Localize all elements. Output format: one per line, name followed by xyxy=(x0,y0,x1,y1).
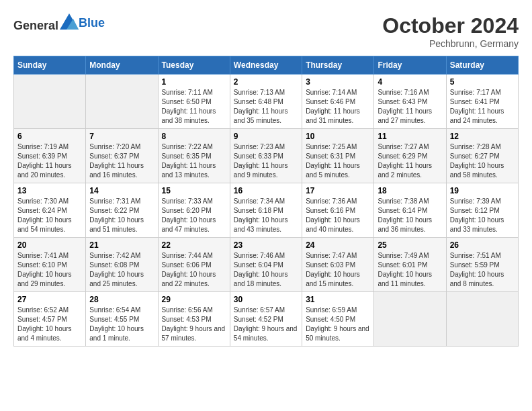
day-number: 8 xyxy=(162,132,226,141)
page-header: General Blue October 2024 Pechbrunn, Ger… xyxy=(13,13,519,49)
day-info: Sunrise: 7:23 AMSunset: 6:33 PMDaylight:… xyxy=(234,142,298,180)
logo-icon xyxy=(60,13,79,30)
day-number: 18 xyxy=(378,186,442,195)
calendar-cell: 10Sunrise: 7:25 AMSunset: 6:31 PMDayligh… xyxy=(302,129,374,183)
day-number: 23 xyxy=(234,240,298,250)
day-info: Sunrise: 7:42 AMSunset: 6:08 PMDaylight:… xyxy=(89,251,154,289)
day-info: Sunrise: 7:49 AMSunset: 6:01 PMDaylight:… xyxy=(378,251,442,289)
calendar-week-4: 20Sunrise: 7:41 AMSunset: 6:10 PMDayligh… xyxy=(14,238,519,292)
day-number: 2 xyxy=(234,77,298,87)
calendar-cell: 12Sunrise: 7:28 AMSunset: 6:27 PMDayligh… xyxy=(446,129,518,183)
day-number: 6 xyxy=(17,132,82,141)
day-number: 16 xyxy=(234,186,298,195)
weekday-header-row: SundayMondayTuesdayWednesdayThursdayFrid… xyxy=(14,56,519,75)
day-number: 24 xyxy=(306,240,370,250)
calendar-cell: 24Sunrise: 7:47 AMSunset: 6:03 PMDayligh… xyxy=(302,238,374,292)
day-info: Sunrise: 7:30 AMSunset: 6:24 PMDaylight:… xyxy=(17,197,82,234)
day-info: Sunrise: 7:28 AMSunset: 6:27 PMDaylight:… xyxy=(450,142,515,180)
calendar-week-3: 13Sunrise: 7:30 AMSunset: 6:24 PMDayligh… xyxy=(14,183,519,238)
day-info: Sunrise: 6:59 AMSunset: 4:50 PMDaylight:… xyxy=(306,306,370,343)
calendar-cell: 13Sunrise: 7:30 AMSunset: 6:24 PMDayligh… xyxy=(14,183,86,238)
day-number: 22 xyxy=(162,240,226,250)
day-number: 4 xyxy=(378,77,442,87)
calendar-cell: 5Sunrise: 7:17 AMSunset: 6:41 PMDaylight… xyxy=(446,75,518,129)
day-number: 31 xyxy=(306,295,370,304)
calendar-cell: 8Sunrise: 7:22 AMSunset: 6:35 PMDaylight… xyxy=(158,129,230,183)
calendar-week-5: 27Sunrise: 6:52 AMSunset: 4:57 PMDayligh… xyxy=(14,292,519,347)
day-number: 11 xyxy=(378,132,442,141)
day-number: 28 xyxy=(89,295,154,304)
day-info: Sunrise: 7:14 AMSunset: 6:46 PMDaylight:… xyxy=(306,88,370,126)
day-info: Sunrise: 7:11 AMSunset: 6:50 PMDaylight:… xyxy=(162,88,226,126)
weekday-header-thursday: Thursday xyxy=(302,56,374,75)
calendar-cell: 22Sunrise: 7:44 AMSunset: 6:06 PMDayligh… xyxy=(158,238,230,292)
calendar-cell: 1Sunrise: 7:11 AMSunset: 6:50 PMDaylight… xyxy=(158,75,230,129)
day-info: Sunrise: 7:33 AMSunset: 6:20 PMDaylight:… xyxy=(162,197,226,234)
calendar-cell: 15Sunrise: 7:33 AMSunset: 6:20 PMDayligh… xyxy=(158,183,230,238)
calendar-cell: 18Sunrise: 7:38 AMSunset: 6:14 PMDayligh… xyxy=(374,183,446,238)
calendar-cell: 29Sunrise: 6:56 AMSunset: 4:53 PMDayligh… xyxy=(158,292,230,347)
day-number: 15 xyxy=(162,186,226,195)
calendar-cell: 9Sunrise: 7:23 AMSunset: 6:33 PMDaylight… xyxy=(230,129,302,183)
day-number: 13 xyxy=(17,186,82,195)
calendar-cell: 11Sunrise: 7:27 AMSunset: 6:29 PMDayligh… xyxy=(374,129,446,183)
day-info: Sunrise: 7:17 AMSunset: 6:41 PMDaylight:… xyxy=(450,88,515,126)
day-number: 5 xyxy=(450,77,515,87)
day-info: Sunrise: 7:51 AMSunset: 5:59 PMDaylight:… xyxy=(450,251,515,289)
calendar-cell: 21Sunrise: 7:42 AMSunset: 6:08 PMDayligh… xyxy=(86,238,158,292)
day-info: Sunrise: 6:56 AMSunset: 4:53 PMDaylight:… xyxy=(162,306,226,343)
day-number: 10 xyxy=(306,132,370,141)
day-info: Sunrise: 7:36 AMSunset: 6:16 PMDaylight:… xyxy=(306,197,370,234)
calendar-cell: 3Sunrise: 7:14 AMSunset: 6:46 PMDaylight… xyxy=(302,75,374,129)
day-info: Sunrise: 7:16 AMSunset: 6:43 PMDaylight:… xyxy=(378,88,442,126)
calendar-cell xyxy=(446,292,518,347)
calendar-week-1: 1Sunrise: 7:11 AMSunset: 6:50 PMDaylight… xyxy=(14,75,519,129)
logo-text-general: General xyxy=(13,19,58,32)
day-number: 9 xyxy=(234,132,298,141)
day-info: Sunrise: 7:19 AMSunset: 6:39 PMDaylight:… xyxy=(17,142,82,180)
day-info: Sunrise: 7:22 AMSunset: 6:35 PMDaylight:… xyxy=(162,142,226,180)
month-title: October 2024 xyxy=(382,13,519,38)
weekday-header-friday: Friday xyxy=(374,56,446,75)
calendar-cell xyxy=(86,75,158,129)
day-number: 1 xyxy=(162,77,226,87)
day-number: 19 xyxy=(450,186,515,195)
logo: General Blue xyxy=(13,13,105,33)
calendar-cell: 14Sunrise: 7:31 AMSunset: 6:22 PMDayligh… xyxy=(86,183,158,238)
day-number: 25 xyxy=(378,240,442,250)
day-number: 21 xyxy=(89,240,154,250)
day-info: Sunrise: 7:46 AMSunset: 6:04 PMDaylight:… xyxy=(234,251,298,289)
day-info: Sunrise: 7:44 AMSunset: 6:06 PMDaylight:… xyxy=(162,251,226,289)
day-info: Sunrise: 6:57 AMSunset: 4:52 PMDaylight:… xyxy=(234,306,298,343)
calendar-cell: 31Sunrise: 6:59 AMSunset: 4:50 PMDayligh… xyxy=(302,292,374,347)
day-info: Sunrise: 7:20 AMSunset: 6:37 PMDaylight:… xyxy=(89,142,154,180)
calendar-cell: 2Sunrise: 7:13 AMSunset: 6:48 PMDaylight… xyxy=(230,75,302,129)
day-number: 17 xyxy=(306,186,370,195)
location-title: Pechbrunn, Germany xyxy=(382,38,519,49)
weekday-header-wednesday: Wednesday xyxy=(230,56,302,75)
calendar-cell: 20Sunrise: 7:41 AMSunset: 6:10 PMDayligh… xyxy=(14,238,86,292)
calendar-cell: 16Sunrise: 7:34 AMSunset: 6:18 PMDayligh… xyxy=(230,183,302,238)
title-block: October 2024 Pechbrunn, Germany xyxy=(382,13,519,49)
calendar-cell: 23Sunrise: 7:46 AMSunset: 6:04 PMDayligh… xyxy=(230,238,302,292)
day-info: Sunrise: 7:13 AMSunset: 6:48 PMDaylight:… xyxy=(234,88,298,126)
day-info: Sunrise: 7:47 AMSunset: 6:03 PMDaylight:… xyxy=(306,251,370,289)
day-number: 12 xyxy=(450,132,515,141)
day-info: Sunrise: 6:54 AMSunset: 4:55 PMDaylight:… xyxy=(89,306,154,343)
weekday-header-sunday: Sunday xyxy=(14,56,86,75)
calendar-cell: 26Sunrise: 7:51 AMSunset: 5:59 PMDayligh… xyxy=(446,238,518,292)
day-number: 27 xyxy=(17,295,82,304)
day-info: Sunrise: 7:39 AMSunset: 6:12 PMDaylight:… xyxy=(450,197,515,234)
day-info: Sunrise: 7:41 AMSunset: 6:10 PMDaylight:… xyxy=(17,251,82,289)
logo-text-blue: Blue xyxy=(79,16,105,30)
day-info: Sunrise: 7:34 AMSunset: 6:18 PMDaylight:… xyxy=(234,197,298,234)
day-info: Sunrise: 7:27 AMSunset: 6:29 PMDaylight:… xyxy=(378,142,442,180)
calendar-cell: 17Sunrise: 7:36 AMSunset: 6:16 PMDayligh… xyxy=(302,183,374,238)
day-number: 14 xyxy=(89,186,154,195)
calendar-week-2: 6Sunrise: 7:19 AMSunset: 6:39 PMDaylight… xyxy=(14,129,519,183)
calendar-cell: 27Sunrise: 6:52 AMSunset: 4:57 PMDayligh… xyxy=(14,292,86,347)
day-info: Sunrise: 6:52 AMSunset: 4:57 PMDaylight:… xyxy=(17,306,82,343)
calendar-cell: 30Sunrise: 6:57 AMSunset: 4:52 PMDayligh… xyxy=(230,292,302,347)
calendar-cell: 19Sunrise: 7:39 AMSunset: 6:12 PMDayligh… xyxy=(446,183,518,238)
day-number: 3 xyxy=(306,77,370,87)
